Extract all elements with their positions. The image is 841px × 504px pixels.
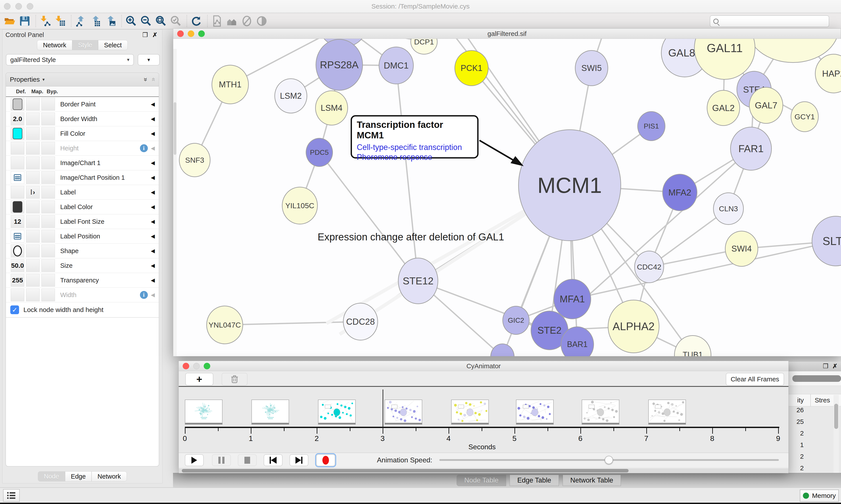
mapping-cell[interactable]	[26, 215, 40, 228]
hide-details-button[interactable]	[240, 14, 254, 28]
show-details-button[interactable]	[255, 14, 269, 28]
tab-edge[interactable]: Edge	[65, 471, 92, 482]
bypass-cell[interactable]	[41, 171, 55, 184]
mapping-cell[interactable]	[26, 289, 40, 301]
table-cell-value[interactable]: 26	[788, 406, 832, 418]
clear-all-frames-button[interactable]: Clear All Frames	[726, 373, 784, 385]
node-cut_bottom1[interactable]	[490, 343, 515, 356]
bypass-cell[interactable]	[41, 201, 55, 213]
default-value-cell[interactable]	[11, 230, 24, 242]
node-rps28a[interactable]: RPS28A	[316, 39, 363, 91]
minimize-traffic-light[interactable]	[193, 363, 200, 370]
delete-frame-button[interactable]	[222, 373, 248, 385]
node-dcp1[interactable]: DCP1	[410, 39, 437, 55]
table-cell-value[interactable]: 25	[788, 418, 832, 430]
node-lsm4[interactable]: LSM4	[315, 90, 348, 125]
tab-network-table[interactable]: Network Table	[562, 475, 621, 486]
expand-chevron-icon[interactable]: ◀	[151, 233, 155, 239]
expand-chevron-icon[interactable]: ◀	[151, 116, 155, 122]
mapping-cell[interactable]	[26, 201, 40, 213]
expand-chevron-icon[interactable]: ◀	[151, 101, 155, 107]
default-value-cell[interactable]	[11, 142, 24, 155]
bypass-cell[interactable]	[41, 112, 55, 125]
default-value-cell[interactable]	[11, 186, 24, 199]
node-lsm2[interactable]: LSM2	[274, 78, 307, 113]
column-divider[interactable]	[810, 394, 811, 407]
mapping-cell[interactable]	[26, 274, 40, 287]
info-icon[interactable]: i	[140, 144, 148, 152]
property-row-image-chart-1[interactable]: Image/Chart 1◀	[6, 156, 159, 170]
node-hap2[interactable]: HAP2	[815, 54, 841, 93]
node-swi4[interactable]: SWI4	[725, 231, 758, 267]
network-window-titlebar[interactable]: galFiltered.sif	[173, 29, 841, 39]
node-gal2[interactable]: GAL2	[707, 90, 740, 126]
close-traffic-light[interactable]	[183, 363, 189, 370]
cyanimator-titlebar[interactable]: CyAnimator	[179, 361, 788, 371]
cyanimator-timeline[interactable]: 0123456789 Seconds	[179, 388, 788, 453]
mapping-cell[interactable]	[26, 98, 40, 111]
play-button[interactable]	[185, 454, 204, 466]
expand-chevron-icon[interactable]: ◀	[151, 130, 155, 137]
node-alpha2[interactable]: ALPHA2	[608, 300, 659, 353]
overview-button[interactable]	[225, 14, 239, 28]
checkbox-checked-icon[interactable]: ✓	[10, 305, 19, 314]
table-cell-value[interactable]: 2	[788, 430, 832, 441]
node-pis1[interactable]: PIS1	[637, 111, 665, 141]
property-row-image-chart-position-1[interactable]: Image/Chart Position 1◀	[6, 170, 159, 185]
property-row-border-width[interactable]: 2.0Border Width◀	[6, 112, 159, 126]
default-value-cell[interactable]	[11, 98, 24, 111]
frame-thumbnail-3[interactable]	[384, 399, 422, 425]
default-value-cell[interactable]	[11, 201, 24, 213]
bypass-cell[interactable]	[41, 274, 55, 287]
node-gic2[interactable]: GIC2	[502, 306, 530, 335]
node-pck1[interactable]: PCK1	[454, 50, 489, 86]
property-row-border-paint[interactable]: Border Paint◀	[6, 97, 159, 112]
property-row-label-position[interactable]: Label Position◀	[6, 229, 159, 244]
skip-to-end-button[interactable]	[289, 454, 308, 466]
export-image-button[interactable]	[104, 14, 118, 28]
mapping-cell[interactable]	[26, 245, 40, 257]
property-row-height[interactable]: Heighti◀	[6, 141, 159, 156]
node-slt2[interactable]: SLT2	[812, 216, 841, 266]
style-dropdown[interactable]: galFiltered Style ▾	[6, 54, 134, 66]
close-panel-icon[interactable]: ✗	[833, 363, 838, 370]
bypass-cell[interactable]	[41, 127, 55, 140]
tab-select[interactable]: Select	[98, 40, 128, 50]
frame-thumbnail-7[interactable]	[648, 399, 686, 425]
bypass-cell[interactable]	[41, 230, 55, 242]
property-row-fill-color[interactable]: Fill Color◀	[6, 126, 159, 141]
timeline-horizontal-scrollbar[interactable]	[179, 468, 788, 473]
properties-header[interactable]: Properties ▾ » »	[6, 73, 159, 87]
search-box[interactable]	[710, 15, 829, 27]
default-value-cell[interactable]: 12	[11, 215, 24, 228]
frame-thumbnail-5[interactable]	[516, 399, 554, 425]
zoom-traffic-light[interactable]	[198, 31, 205, 37]
expand-all-icon[interactable]: »	[142, 78, 149, 82]
node-yil105c[interactable]: YIL105C	[282, 187, 318, 224]
node-snf3[interactable]: SNF3	[179, 143, 211, 177]
expand-chevron-icon[interactable]: ◀	[151, 218, 155, 224]
bypass-cell[interactable]	[41, 142, 55, 155]
column-header-centrality[interactable]: ity	[788, 396, 804, 404]
default-value-cell[interactable]	[11, 157, 24, 169]
node-cdc42[interactable]: CDC42	[634, 251, 664, 283]
expand-chevron-icon[interactable]: ◀	[151, 277, 155, 283]
search-input[interactable]	[719, 18, 819, 25]
close-panel-icon[interactable]: ✗	[153, 32, 158, 38]
float-window-icon[interactable]: ❒	[823, 363, 828, 370]
expand-chevron-icon[interactable]: ◀	[151, 292, 155, 298]
default-value-cell[interactable]	[11, 289, 24, 301]
pause-button[interactable]	[212, 454, 231, 466]
mapping-cell[interactable]	[26, 230, 40, 242]
lock-node-size-row[interactable]: ✓ Lock node width and height	[6, 302, 159, 318]
timeline-playhead[interactable]	[382, 390, 383, 430]
property-row-size[interactable]: 50.0Size◀	[6, 258, 159, 273]
tab-edge-table[interactable]: Edge Table	[509, 475, 559, 486]
tab-node-table[interactable]: Node Table	[457, 475, 506, 486]
property-row-shape[interactable]: Shape◀	[6, 244, 159, 258]
bypass-cell[interactable]	[41, 98, 55, 111]
tab-node[interactable]: Node	[38, 471, 65, 482]
expand-chevron-icon[interactable]: ◀	[151, 204, 155, 210]
zoom-fit-button[interactable]	[154, 14, 168, 28]
bypass-cell[interactable]	[41, 157, 55, 169]
